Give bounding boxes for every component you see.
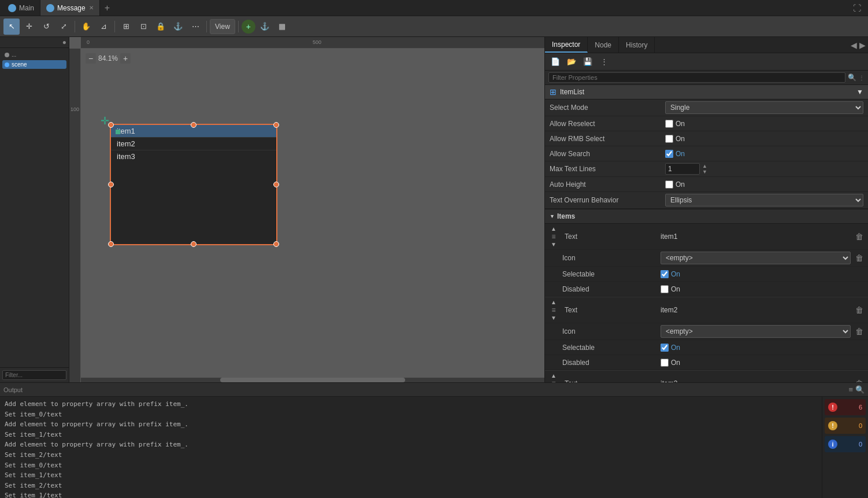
item-1-icon-select[interactable]: <empty>	[661, 252, 851, 264]
max-text-lines-input[interactable]	[665, 163, 700, 175]
item-1-move-down[interactable]: ▼	[551, 241, 557, 248]
inspector-prev-button[interactable]: ◀	[851, 40, 857, 50]
log-line-1: Add element to property array with prefi…	[5, 399, 817, 410]
sidebar-item-scene[interactable]: scene	[2, 60, 66, 69]
tab-inspector[interactable]: Inspector	[545, 37, 588, 53]
lock-button[interactable]: 🔒	[153, 19, 169, 35]
tab-close-button[interactable]: ✕	[89, 5, 94, 11]
item-1-drag-handle[interactable]: ≡	[551, 233, 555, 241]
handle-ml[interactable]	[108, 182, 114, 187]
component-title: ItemList	[560, 88, 584, 96]
item-3-group: ▲ ≡ ▼ Text item3 🗑 Icon <empty>	[545, 370, 868, 382]
maximize-button[interactable]: ⛶	[848, 3, 866, 13]
item-2-icon-select[interactable]: <empty>	[661, 325, 851, 338]
item-2-drag-handle[interactable]: ≡	[551, 306, 555, 314]
zoom-in-button[interactable]: −	[86, 53, 96, 64]
items-section-header[interactable]: ▼ Items	[545, 209, 868, 224]
view-button[interactable]: View	[210, 19, 235, 34]
item-1-move-up[interactable]: ▲	[551, 226, 557, 232]
allow-reselect-checkbox[interactable]	[665, 120, 673, 128]
scene-search-input[interactable]	[2, 370, 66, 380]
item-1-selectable-label: Selectable	[562, 270, 661, 278]
bottom-filter-button[interactable]: ≡	[848, 385, 853, 394]
item-2-icon-label: Icon	[562, 327, 661, 335]
scale-tool-button[interactable]: ⤢	[55, 19, 72, 35]
item-2-delete-button[interactable]: 🗑	[855, 305, 863, 315]
log-line-7: Set item_0/text	[5, 460, 817, 471]
zoom-out-button[interactable]: +	[120, 53, 131, 64]
tab-node[interactable]: Node	[588, 37, 619, 53]
more-options-button[interactable]: ⋮	[597, 55, 611, 69]
toolbar-separator-4	[238, 21, 239, 32]
grid-button[interactable]: ⊡	[135, 19, 151, 35]
select-mode-select[interactable]: Single	[665, 101, 863, 114]
item-1-delete-button[interactable]: 🗑	[855, 232, 863, 241]
sidebar-item-root[interactable]: ...	[2, 50, 66, 59]
inspector-toolbar: 📄 📂 💾 ⋮	[545, 53, 868, 71]
allow-search-checkbox[interactable]	[665, 150, 673, 158]
log-line-10: Set item_1/text	[5, 490, 817, 498]
component-collapse-button[interactable]: ▼	[856, 88, 863, 96]
bottom-search-button[interactable]: 🔍	[855, 385, 865, 394]
ruler-tool-button[interactable]: ⊿	[95, 19, 112, 35]
item-2-move-up[interactable]: ▲	[551, 299, 557, 305]
handle-tr[interactable]	[273, 122, 279, 128]
filter-more-icon[interactable]: ⋮	[859, 75, 865, 81]
pivot-button[interactable]: ⚓	[170, 19, 186, 35]
layout-tool-button[interactable]: ▦	[274, 19, 290, 35]
handle-mr[interactable]	[273, 182, 279, 187]
filter-search-icon[interactable]: 🔍	[848, 73, 856, 82]
filter-properties-input[interactable]	[548, 72, 845, 83]
tab-history[interactable]: History	[619, 37, 655, 53]
canvas-content[interactable]: − 84.1% + ✛	[81, 49, 544, 382]
error-count-button[interactable]: ! 6	[825, 399, 866, 415]
open-script-button[interactable]: 📂	[565, 55, 578, 69]
item-1-disabled-checkbox[interactable]	[661, 285, 669, 293]
new-script-button[interactable]: 📄	[548, 55, 562, 69]
handle-bm[interactable]	[191, 241, 196, 247]
handle-bl[interactable]	[108, 241, 114, 247]
select-tool-button[interactable]: ↖	[3, 19, 20, 35]
handle-br[interactable]	[273, 241, 279, 247]
itemlist-widget[interactable]: ✛ item1 item2 item3	[110, 124, 277, 245]
pan-tool-button[interactable]: ✋	[78, 19, 94, 35]
more-button[interactable]: ⋯	[187, 19, 203, 35]
add-node-button[interactable]: +	[242, 20, 255, 34]
handle-tm[interactable]	[191, 122, 196, 128]
rotate-tool-button[interactable]: ↺	[38, 19, 54, 35]
items-section-label: Items	[557, 212, 575, 220]
item-3-move-up[interactable]: ▲	[551, 372, 557, 379]
save-script-button[interactable]: 💾	[581, 55, 595, 69]
tab-message[interactable]: Message ✕	[40, 0, 100, 16]
item-1-disabled-row: Disabled On	[545, 282, 868, 297]
item-2-disabled-row: Disabled On	[545, 355, 868, 370]
snap-button[interactable]: ⊞	[118, 19, 134, 35]
text-overrun-select[interactable]: Ellipsis	[665, 194, 863, 206]
origin-indicator: ✛	[101, 115, 109, 127]
item-2-icon-delete-button[interactable]: 🗑	[855, 327, 863, 336]
prop-allow-search: Allow Search On	[545, 146, 868, 161]
item-2-move-down[interactable]: ▼	[551, 315, 557, 321]
item-1-icon-delete-button[interactable]: 🗑	[855, 253, 863, 263]
allow-search-text: On	[676, 150, 685, 158]
tab-main[interactable]: Main	[2, 0, 40, 16]
item-2-selectable-checkbox[interactable]	[661, 344, 669, 352]
canvas-h-scrollbar[interactable]	[81, 378, 544, 382]
warning-count-button[interactable]: ! 0	[825, 418, 866, 434]
max-text-lines-spinners[interactable]: ▲ ▼	[702, 163, 707, 175]
add-tab-button[interactable]: +	[100, 3, 114, 13]
list-item-3[interactable]: item3	[111, 150, 276, 163]
anchor-tool-button[interactable]: ⚓	[257, 19, 273, 35]
list-item-2[interactable]: item2	[111, 138, 276, 150]
select-mode-label: Select Mode	[550, 104, 665, 112]
item-2-disabled-checkbox[interactable]	[661, 359, 669, 367]
item-1-text-value: item1	[661, 233, 677, 241]
allow-rmb-checkbox[interactable]	[665, 135, 673, 143]
sidebar-visibility-toggle[interactable]: ●	[62, 38, 66, 46]
auto-height-checkbox[interactable]	[665, 180, 673, 189]
info-count-button[interactable]: i 0	[825, 436, 866, 452]
item-1-text-row: ▲ ≡ ▼ Text item1 🗑	[545, 224, 868, 250]
move-tool-button[interactable]: ✛	[21, 19, 37, 35]
inspector-next-button[interactable]: ▶	[859, 40, 866, 50]
item-1-selectable-checkbox[interactable]	[661, 270, 669, 278]
